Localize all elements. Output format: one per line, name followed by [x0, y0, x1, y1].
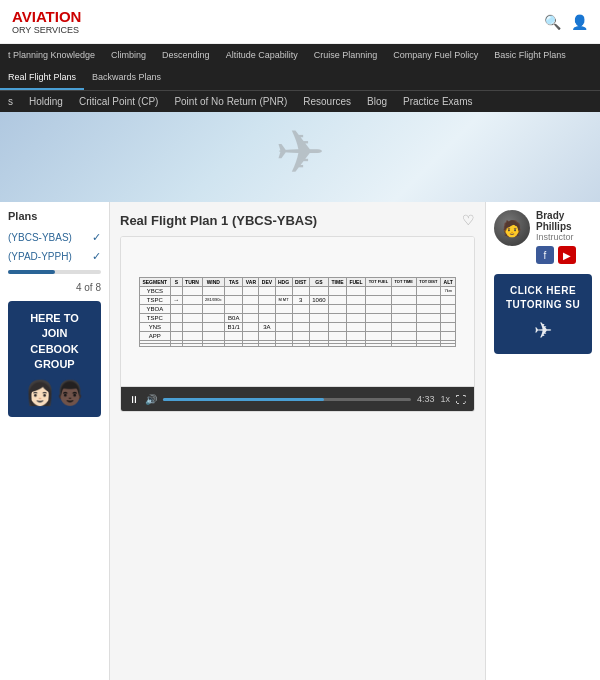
nav-backwards[interactable]: Backwards Plans [84, 66, 169, 90]
logo-aviation: AVIATION [12, 8, 81, 25]
flight-plan-table: SEGMENT S TURN WIND TAS VAR DEV HDG DIST… [139, 277, 457, 347]
header-icons: 🔍 👤 [544, 14, 588, 30]
col-tas: TAS [225, 277, 243, 286]
speed-display: 1x [440, 394, 450, 404]
nav-real-plans[interactable]: Real Flight Plans [0, 66, 84, 90]
video-content: SEGMENT S TURN WIND TAS VAR DEV HDG DIST… [121, 237, 474, 387]
instructor-role: Instructor [536, 232, 592, 242]
sidebar-item-label-ypad: (YPAD-YPPH) [8, 251, 72, 262]
table-row [139, 343, 456, 346]
avatar: 🧑 [494, 210, 530, 246]
nav-s[interactable]: s [0, 91, 21, 112]
col-s: S [171, 277, 183, 286]
user-icon[interactable]: 👤 [571, 14, 588, 30]
table-row: APP [139, 331, 456, 340]
content-area: Real Flight Plan 1 (YBCS-YBAS) ♡ SEGMENT… [110, 202, 485, 680]
fb-promo-text: HERE TO JOIN CEBOOK GROUP [16, 311, 93, 373]
progress-label: 4 of 8 [8, 282, 101, 293]
nav-resources[interactable]: Resources [295, 91, 359, 112]
nav-bottom: s Holding Critical Point (CP) Point of N… [0, 90, 600, 112]
lesson-title: Real Flight Plan 1 (YBCS-YBAS) [120, 213, 317, 228]
col-alt: ALT [441, 277, 456, 286]
search-icon[interactable]: 🔍 [544, 14, 561, 30]
logo: AVIATION ORY SERVICES [12, 8, 81, 35]
col-dist: DIST [292, 277, 309, 286]
tutoring-box[interactable]: CLICK HERE TUTORING SU ✈ [494, 274, 592, 354]
tutoring-text: CLICK HERE TUTORING SU [502, 284, 584, 312]
sidebar-item-ypad[interactable]: (YPAD-YPPH) ✓ [8, 247, 101, 266]
heart-icon[interactable]: ♡ [462, 212, 475, 228]
left-sidebar: Plans (YBCS-YBAS) ✓ (YPAD-YPPH) ✓ 4 of 8… [0, 202, 110, 680]
fullscreen-icon[interactable]: ⛶ [456, 394, 466, 405]
nav-planning-knowledge[interactable]: t Planning Knowledge [0, 44, 103, 66]
instructor-info: Brady Phillips Instructor f ▶ [536, 210, 592, 264]
main-layout: Plans (YBCS-YBAS) ✓ (YPAD-YPPH) ✓ 4 of 8… [0, 202, 600, 680]
table-row: TSPCB0A [139, 313, 456, 322]
fb-promo-line1: HERE TO JOIN [16, 311, 93, 342]
nav-fuel-policy[interactable]: Company Fuel Policy [385, 44, 486, 66]
logo-sub: ORY SERVICES [12, 25, 81, 35]
nav-altitude[interactable]: Altitude Capability [218, 44, 306, 66]
col-tot-time: TOT TIME [391, 277, 416, 286]
facebook-promo[interactable]: HERE TO JOIN CEBOOK GROUP 👩🏻👨🏿 [8, 301, 101, 417]
nav-cp[interactable]: Critical Point (CP) [71, 91, 166, 112]
col-fuel: FUEL [346, 277, 365, 286]
tutoring-plane-icon: ✈ [502, 318, 584, 344]
video-controls: ⏸ 🔊 4:33 1x ⛶ [121, 387, 474, 411]
table-row: YNSB1/13A [139, 322, 456, 331]
nav-practice[interactable]: Practice Exams [395, 91, 480, 112]
col-var: VAR [243, 277, 259, 286]
col-segment: SEGMENT [139, 277, 170, 286]
header: AVIATION ORY SERVICES 🔍 👤 [0, 0, 600, 44]
col-tot-fuel: TOT FUEL [366, 277, 392, 286]
col-turn: TURN [182, 277, 202, 286]
nav-top: t Planning Knowledge Climbing Descending… [0, 44, 600, 90]
tutoring-line1: CLICK HERE [502, 284, 584, 298]
facebook-link[interactable]: f [536, 246, 554, 264]
nav-blog[interactable]: Blog [359, 91, 395, 112]
col-dev: DEV [259, 277, 275, 286]
nav-cruise[interactable]: Cruise Planning [306, 44, 386, 66]
tutoring-line2: TUTORING SU [502, 298, 584, 312]
progress-bar [8, 270, 101, 274]
col-tot-dist: TOT DIST [416, 277, 440, 286]
col-gs: GS [309, 277, 328, 286]
table-row: TSPC→281/090cM MT31060 [139, 295, 456, 304]
nav-basic-plans[interactable]: Basic Flight Plans [486, 44, 574, 66]
pause-button[interactable]: ⏸ [129, 394, 139, 405]
nav-holding[interactable]: Holding [21, 91, 71, 112]
instructor-card: 🧑 Brady Phillips Instructor f ▶ [494, 210, 592, 264]
video-player: SEGMENT S TURN WIND TAS VAR DEV HDG DIST… [120, 236, 475, 412]
progress-track[interactable] [163, 398, 411, 401]
sidebar-item-label: (YBCS-YBAS) [8, 232, 72, 243]
time-display: 4:33 [417, 394, 435, 404]
table-row: YBCS7km [139, 286, 456, 295]
nav-climbing[interactable]: Climbing [103, 44, 154, 66]
social-icons: f ▶ [536, 246, 592, 264]
col-wind: WIND [202, 277, 225, 286]
progress-played [163, 398, 324, 401]
lesson-title-row: Real Flight Plan 1 (YBCS-YBAS) ♡ [120, 212, 475, 228]
avatar-image: 🧑 [494, 210, 530, 246]
fb-figures: 👩🏻👨🏿 [16, 379, 93, 407]
col-hdg: HDG [275, 277, 292, 286]
nav-pnr[interactable]: Point of No Return (PNR) [166, 91, 295, 112]
table-row: YBOA [139, 304, 456, 313]
volume-button[interactable]: 🔊 [145, 394, 157, 405]
nav-descending[interactable]: Descending [154, 44, 218, 66]
right-sidebar: 🧑 Brady Phillips Instructor f ▶ CLICK HE… [485, 202, 600, 680]
col-time: TIME [329, 277, 347, 286]
fb-promo-line2: CEBOOK GROUP [16, 342, 93, 373]
check-icon-ypad: ✓ [92, 250, 101, 263]
sidebar-title: Plans [8, 210, 101, 222]
hero-banner: ✈ [0, 112, 600, 202]
progress-bar-fill [8, 270, 55, 274]
hero-plane-graphic: ✈ [275, 117, 325, 187]
instructor-name: Brady Phillips [536, 210, 592, 232]
youtube-link[interactable]: ▶ [558, 246, 576, 264]
sidebar-item-ybcs[interactable]: (YBCS-YBAS) ✓ [8, 228, 101, 247]
check-icon-ybcs: ✓ [92, 231, 101, 244]
